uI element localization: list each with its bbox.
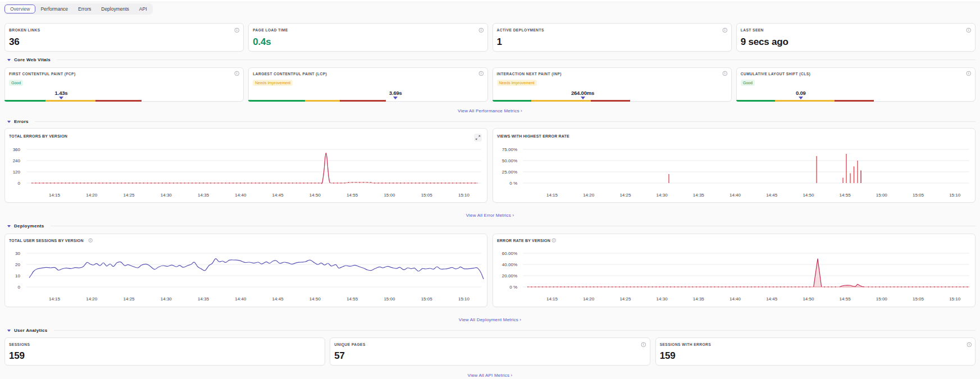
svg-text:14:15: 14:15 — [546, 296, 558, 302]
svg-text:15:00: 15:00 — [384, 296, 395, 302]
svg-text:14:40: 14:40 — [235, 193, 247, 198]
svg-text:14:45: 14:45 — [272, 193, 284, 198]
svg-text:14:40: 14:40 — [235, 296, 247, 302]
svg-text:15:05: 15:05 — [913, 296, 924, 302]
svg-text:14:35: 14:35 — [693, 296, 705, 302]
svg-text:14:55: 14:55 — [840, 296, 851, 302]
svg-text:15:00: 15:00 — [384, 193, 395, 198]
svg-text:360: 360 — [13, 147, 21, 152]
svg-text:14:15: 14:15 — [49, 296, 61, 302]
svg-text:14:25: 14:25 — [619, 193, 631, 198]
svg-text:14:35: 14:35 — [693, 193, 705, 198]
svg-text:120: 120 — [13, 170, 21, 175]
svg-text:14:55: 14:55 — [347, 296, 358, 302]
svg-text:15:00: 15:00 — [876, 193, 888, 198]
svg-text:14:35: 14:35 — [198, 296, 209, 302]
svg-text:20.00%: 20.00% — [502, 273, 517, 278]
svg-text:14:15: 14:15 — [546, 193, 558, 198]
svg-text:14:40: 14:40 — [730, 193, 741, 198]
svg-text:14:45: 14:45 — [766, 193, 778, 198]
svg-text:20: 20 — [15, 262, 20, 267]
svg-text:15:05: 15:05 — [421, 193, 433, 198]
svg-text:40.00%: 40.00% — [502, 262, 517, 267]
svg-text:15:10: 15:10 — [458, 296, 470, 302]
svg-text:240: 240 — [13, 158, 21, 163]
svg-text:14:15: 14:15 — [49, 193, 61, 198]
svg-text:14:55: 14:55 — [347, 193, 358, 198]
svg-text:15:00: 15:00 — [876, 296, 888, 302]
svg-text:14:40: 14:40 — [730, 296, 741, 302]
svg-text:14:20: 14:20 — [583, 193, 595, 198]
svg-text:14:20: 14:20 — [86, 296, 98, 302]
svg-text:14:20: 14:20 — [583, 296, 595, 302]
svg-text:14:30: 14:30 — [161, 296, 172, 302]
svg-text:14:25: 14:25 — [124, 193, 135, 198]
svg-text:0 %: 0 % — [509, 181, 517, 186]
svg-text:14:50: 14:50 — [309, 296, 321, 302]
svg-text:15:05: 15:05 — [421, 296, 433, 302]
svg-text:25.00%: 25.00% — [502, 170, 517, 175]
svg-text:15:10: 15:10 — [949, 193, 961, 198]
svg-text:60.00%: 60.00% — [502, 251, 517, 256]
svg-text:14:30: 14:30 — [657, 296, 668, 302]
svg-text:14:20: 14:20 — [86, 193, 98, 198]
svg-text:14:50: 14:50 — [803, 193, 814, 198]
svg-text:75.00%: 75.00% — [502, 147, 517, 152]
svg-text:14:25: 14:25 — [124, 296, 135, 302]
svg-text:50.00%: 50.00% — [502, 158, 517, 163]
svg-text:15:05: 15:05 — [913, 193, 924, 198]
svg-text:14:45: 14:45 — [766, 296, 778, 302]
svg-text:14:55: 14:55 — [840, 193, 851, 198]
svg-text:14:50: 14:50 — [309, 193, 321, 198]
svg-text:0: 0 — [18, 285, 21, 290]
svg-text:14:45: 14:45 — [272, 296, 284, 302]
svg-text:30: 30 — [15, 251, 20, 256]
svg-text:14:30: 14:30 — [657, 193, 668, 198]
svg-text:14:30: 14:30 — [161, 193, 172, 198]
svg-text:14:25: 14:25 — [619, 296, 631, 302]
svg-text:15:10: 15:10 — [949, 296, 961, 302]
svg-text:0: 0 — [18, 181, 21, 186]
svg-text:10: 10 — [15, 273, 20, 278]
svg-text:14:50: 14:50 — [803, 296, 814, 302]
svg-text:15:10: 15:10 — [458, 193, 470, 198]
svg-text:0 %: 0 % — [509, 285, 517, 290]
svg-text:14:35: 14:35 — [198, 193, 209, 198]
